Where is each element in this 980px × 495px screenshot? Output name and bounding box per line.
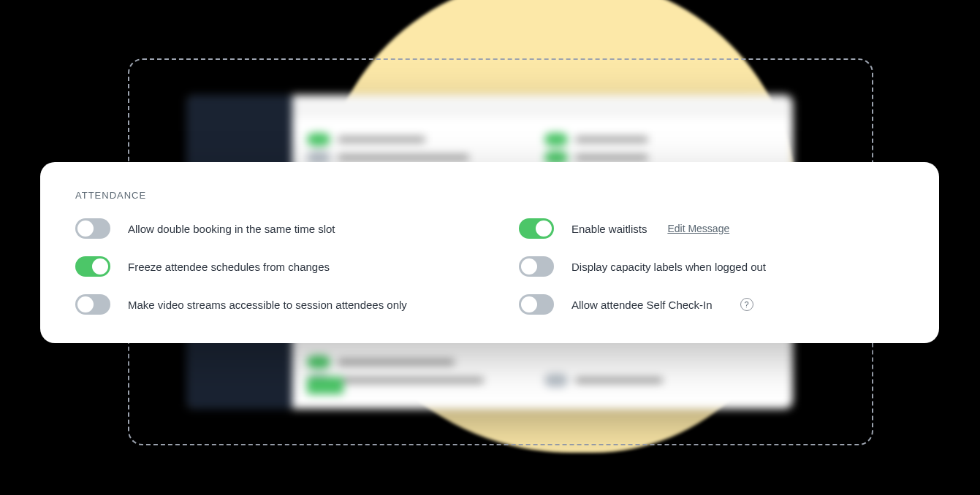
toggle-capacity-labels[interactable]	[519, 256, 554, 277]
toggle-video-streams[interactable]	[75, 294, 110, 315]
edit-message-link[interactable]: Edit Message	[667, 223, 729, 234]
setting-video-streams: Make video streams accessible to session…	[75, 294, 460, 315]
setting-label: Allow double booking in the same time sl…	[128, 223, 335, 235]
settings-grid: Allow double booking in the same time sl…	[75, 218, 904, 315]
setting-label: Enable waitlists	[571, 223, 647, 235]
toggle-double-booking[interactable]	[75, 218, 110, 239]
setting-capacity-labels: Display capacity labels when logged out	[519, 256, 904, 277]
setting-waitlists: Enable waitlists Edit Message	[519, 218, 904, 239]
toggle-knob	[536, 220, 552, 237]
setting-double-booking: Allow double booking in the same time sl…	[75, 218, 460, 239]
toggle-knob	[521, 258, 537, 275]
attendance-settings-card: ATTENDANCE Allow double booking in the s…	[40, 162, 939, 343]
help-icon[interactable]: ?	[740, 298, 753, 311]
toggle-knob	[77, 296, 94, 312]
section-title: ATTENDANCE	[75, 190, 904, 201]
setting-label: Freeze attendee schedules from changes	[128, 261, 330, 273]
setting-self-checkin: Allow attendee Self Check-In ?	[519, 294, 904, 315]
toggle-waitlists[interactable]	[519, 218, 554, 239]
settings-column-left: Allow double booking in the same time sl…	[75, 218, 460, 315]
setting-label: Display capacity labels when logged out	[571, 261, 766, 273]
setting-label: Make video streams accessible to session…	[128, 299, 407, 311]
toggle-self-checkin[interactable]	[519, 294, 554, 315]
setting-freeze-schedules: Freeze attendee schedules from changes	[75, 256, 460, 277]
settings-column-right: Enable waitlists Edit Message Display ca…	[519, 218, 904, 315]
toggle-knob	[92, 258, 108, 275]
toggle-freeze-schedules[interactable]	[75, 256, 110, 277]
setting-label: Allow attendee Self Check-In	[571, 299, 713, 311]
toggle-knob	[77, 220, 94, 237]
toggle-knob	[521, 296, 537, 312]
